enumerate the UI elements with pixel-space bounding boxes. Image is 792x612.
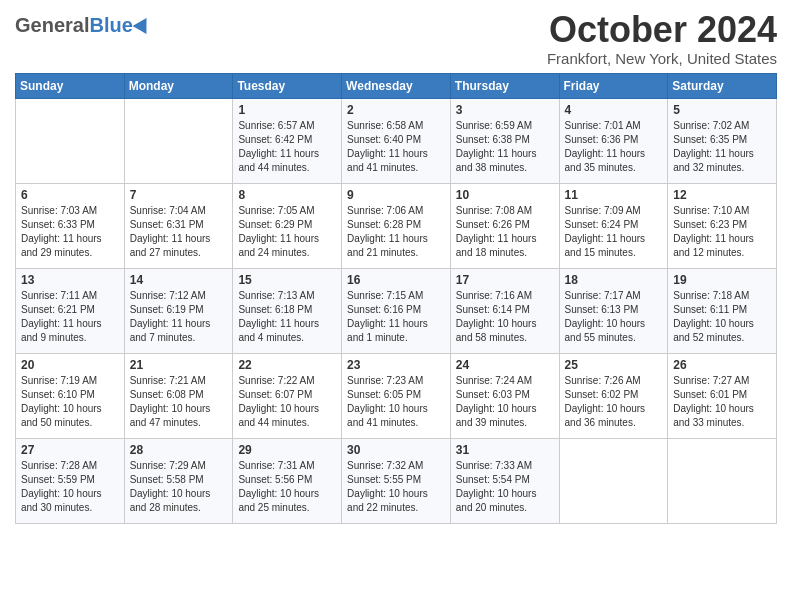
column-header-thursday: Thursday <box>450 73 559 98</box>
calendar-cell: 28Sunrise: 7:29 AM Sunset: 5:58 PM Dayli… <box>124 438 233 523</box>
calendar-cell: 26Sunrise: 7:27 AM Sunset: 6:01 PM Dayli… <box>668 353 777 438</box>
calendar-cell: 18Sunrise: 7:17 AM Sunset: 6:13 PM Dayli… <box>559 268 668 353</box>
day-info: Sunrise: 7:19 AM Sunset: 6:10 PM Dayligh… <box>21 374 119 430</box>
day-info: Sunrise: 7:17 AM Sunset: 6:13 PM Dayligh… <box>565 289 663 345</box>
calendar-cell: 19Sunrise: 7:18 AM Sunset: 6:11 PM Dayli… <box>668 268 777 353</box>
day-number: 5 <box>673 103 771 117</box>
day-number: 24 <box>456 358 554 372</box>
day-number: 10 <box>456 188 554 202</box>
day-number: 29 <box>238 443 336 457</box>
day-number: 9 <box>347 188 445 202</box>
day-number: 27 <box>21 443 119 457</box>
day-info: Sunrise: 7:33 AM Sunset: 5:54 PM Dayligh… <box>456 459 554 515</box>
month-title: October 2024 <box>547 10 777 50</box>
day-number: 13 <box>21 273 119 287</box>
calendar-cell: 20Sunrise: 7:19 AM Sunset: 6:10 PM Dayli… <box>16 353 125 438</box>
day-number: 16 <box>347 273 445 287</box>
day-info: Sunrise: 7:32 AM Sunset: 5:55 PM Dayligh… <box>347 459 445 515</box>
calendar-cell: 25Sunrise: 7:26 AM Sunset: 6:02 PM Dayli… <box>559 353 668 438</box>
title-block: October 2024 Frankfort, New York, United… <box>547 10 777 67</box>
day-info: Sunrise: 7:26 AM Sunset: 6:02 PM Dayligh… <box>565 374 663 430</box>
calendar-cell: 5Sunrise: 7:02 AM Sunset: 6:35 PM Daylig… <box>668 98 777 183</box>
day-info: Sunrise: 7:05 AM Sunset: 6:29 PM Dayligh… <box>238 204 336 260</box>
calendar-cell: 17Sunrise: 7:16 AM Sunset: 6:14 PM Dayli… <box>450 268 559 353</box>
day-number: 3 <box>456 103 554 117</box>
day-number: 19 <box>673 273 771 287</box>
calendar-cell: 9Sunrise: 7:06 AM Sunset: 6:28 PM Daylig… <box>342 183 451 268</box>
column-header-saturday: Saturday <box>668 73 777 98</box>
day-number: 17 <box>456 273 554 287</box>
day-number: 1 <box>238 103 336 117</box>
column-header-tuesday: Tuesday <box>233 73 342 98</box>
calendar-cell: 31Sunrise: 7:33 AM Sunset: 5:54 PM Dayli… <box>450 438 559 523</box>
calendar-cell: 3Sunrise: 6:59 AM Sunset: 6:38 PM Daylig… <box>450 98 559 183</box>
day-info: Sunrise: 7:28 AM Sunset: 5:59 PM Dayligh… <box>21 459 119 515</box>
logo-general-text: General <box>15 14 89 37</box>
day-number: 26 <box>673 358 771 372</box>
day-info: Sunrise: 7:16 AM Sunset: 6:14 PM Dayligh… <box>456 289 554 345</box>
day-info: Sunrise: 7:31 AM Sunset: 5:56 PM Dayligh… <box>238 459 336 515</box>
day-number: 8 <box>238 188 336 202</box>
day-number: 28 <box>130 443 228 457</box>
calendar-cell: 1Sunrise: 6:57 AM Sunset: 6:42 PM Daylig… <box>233 98 342 183</box>
calendar-cell: 13Sunrise: 7:11 AM Sunset: 6:21 PM Dayli… <box>16 268 125 353</box>
day-info: Sunrise: 7:01 AM Sunset: 6:36 PM Dayligh… <box>565 119 663 175</box>
day-info: Sunrise: 7:23 AM Sunset: 6:05 PM Dayligh… <box>347 374 445 430</box>
calendar-cell: 8Sunrise: 7:05 AM Sunset: 6:29 PM Daylig… <box>233 183 342 268</box>
calendar-cell: 14Sunrise: 7:12 AM Sunset: 6:19 PM Dayli… <box>124 268 233 353</box>
calendar-cell <box>668 438 777 523</box>
calendar-cell: 2Sunrise: 6:58 AM Sunset: 6:40 PM Daylig… <box>342 98 451 183</box>
day-info: Sunrise: 7:03 AM Sunset: 6:33 PM Dayligh… <box>21 204 119 260</box>
day-number: 20 <box>21 358 119 372</box>
day-info: Sunrise: 7:21 AM Sunset: 6:08 PM Dayligh… <box>130 374 228 430</box>
logo: General Blue <box>15 14 151 37</box>
day-number: 11 <box>565 188 663 202</box>
day-number: 12 <box>673 188 771 202</box>
logo-blue-text: Blue <box>89 14 132 37</box>
calendar-cell: 22Sunrise: 7:22 AM Sunset: 6:07 PM Dayli… <box>233 353 342 438</box>
day-info: Sunrise: 7:09 AM Sunset: 6:24 PM Dayligh… <box>565 204 663 260</box>
calendar-cell: 11Sunrise: 7:09 AM Sunset: 6:24 PM Dayli… <box>559 183 668 268</box>
day-number: 30 <box>347 443 445 457</box>
day-info: Sunrise: 7:27 AM Sunset: 6:01 PM Dayligh… <box>673 374 771 430</box>
calendar-table: SundayMondayTuesdayWednesdayThursdayFrid… <box>15 73 777 524</box>
day-info: Sunrise: 6:57 AM Sunset: 6:42 PM Dayligh… <box>238 119 336 175</box>
day-number: 22 <box>238 358 336 372</box>
day-number: 2 <box>347 103 445 117</box>
location-subtitle: Frankfort, New York, United States <box>547 50 777 67</box>
calendar-cell: 29Sunrise: 7:31 AM Sunset: 5:56 PM Dayli… <box>233 438 342 523</box>
day-number: 31 <box>456 443 554 457</box>
calendar-body: 1Sunrise: 6:57 AM Sunset: 6:42 PM Daylig… <box>16 98 777 523</box>
day-info: Sunrise: 7:11 AM Sunset: 6:21 PM Dayligh… <box>21 289 119 345</box>
calendar-week-3: 13Sunrise: 7:11 AM Sunset: 6:21 PM Dayli… <box>16 268 777 353</box>
column-header-sunday: Sunday <box>16 73 125 98</box>
day-info: Sunrise: 7:13 AM Sunset: 6:18 PM Dayligh… <box>238 289 336 345</box>
calendar-cell <box>124 98 233 183</box>
calendar-cell: 15Sunrise: 7:13 AM Sunset: 6:18 PM Dayli… <box>233 268 342 353</box>
calendar-week-1: 1Sunrise: 6:57 AM Sunset: 6:42 PM Daylig… <box>16 98 777 183</box>
calendar-week-5: 27Sunrise: 7:28 AM Sunset: 5:59 PM Dayli… <box>16 438 777 523</box>
day-number: 15 <box>238 273 336 287</box>
day-info: Sunrise: 7:22 AM Sunset: 6:07 PM Dayligh… <box>238 374 336 430</box>
day-info: Sunrise: 7:18 AM Sunset: 6:11 PM Dayligh… <box>673 289 771 345</box>
calendar-cell: 27Sunrise: 7:28 AM Sunset: 5:59 PM Dayli… <box>16 438 125 523</box>
calendar-cell: 6Sunrise: 7:03 AM Sunset: 6:33 PM Daylig… <box>16 183 125 268</box>
column-header-monday: Monday <box>124 73 233 98</box>
calendar-week-4: 20Sunrise: 7:19 AM Sunset: 6:10 PM Dayli… <box>16 353 777 438</box>
day-number: 6 <box>21 188 119 202</box>
calendar-cell: 24Sunrise: 7:24 AM Sunset: 6:03 PM Dayli… <box>450 353 559 438</box>
day-info: Sunrise: 7:29 AM Sunset: 5:58 PM Dayligh… <box>130 459 228 515</box>
day-info: Sunrise: 7:08 AM Sunset: 6:26 PM Dayligh… <box>456 204 554 260</box>
day-info: Sunrise: 6:58 AM Sunset: 6:40 PM Dayligh… <box>347 119 445 175</box>
calendar-cell: 21Sunrise: 7:21 AM Sunset: 6:08 PM Dayli… <box>124 353 233 438</box>
day-info: Sunrise: 7:12 AM Sunset: 6:19 PM Dayligh… <box>130 289 228 345</box>
calendar-cell: 4Sunrise: 7:01 AM Sunset: 6:36 PM Daylig… <box>559 98 668 183</box>
day-number: 14 <box>130 273 228 287</box>
day-number: 7 <box>130 188 228 202</box>
logo-triangle-icon <box>132 13 153 33</box>
day-info: Sunrise: 6:59 AM Sunset: 6:38 PM Dayligh… <box>456 119 554 175</box>
calendar-cell: 12Sunrise: 7:10 AM Sunset: 6:23 PM Dayli… <box>668 183 777 268</box>
calendar-header-row: SundayMondayTuesdayWednesdayThursdayFrid… <box>16 73 777 98</box>
day-info: Sunrise: 7:02 AM Sunset: 6:35 PM Dayligh… <box>673 119 771 175</box>
day-number: 23 <box>347 358 445 372</box>
